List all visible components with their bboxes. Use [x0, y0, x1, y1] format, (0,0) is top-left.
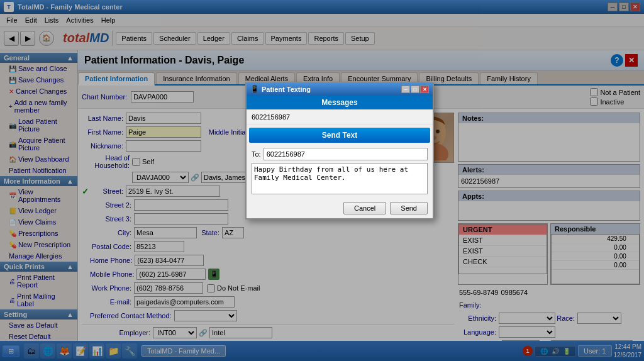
patient-texting-modal: 📱 Patient Texting ─ □ ✕ Messages 6022156…	[245, 82, 434, 219]
to-label: To:	[252, 150, 261, 158]
modal-controls: ─ □ ✕	[401, 86, 429, 93]
modal-overlay: 📱 Patient Texting ─ □ ✕ Messages 6022156…	[0, 0, 644, 347]
cancel-button[interactable]: Cancel	[343, 202, 386, 214]
modal-titlebar: 📱 Patient Texting ─ □ ✕	[247, 83, 433, 96]
modal-message-area: Happy Birthday from all of us here at Fa…	[252, 163, 428, 196]
messages-header: Messages	[247, 96, 433, 109]
modal-title: Patient Texting	[262, 86, 401, 93]
modal-icon: 📱	[250, 85, 259, 94]
to-input[interactable]	[264, 148, 428, 160]
modal-phone-number: 6022156987	[247, 109, 433, 125]
modal-close-btn[interactable]: ✕	[420, 86, 429, 93]
modal-to-row: To:	[247, 145, 433, 163]
send-button[interactable]: Send	[390, 202, 428, 214]
message-textarea[interactable]: Happy Birthday from all of us here at Fa…	[252, 163, 428, 194]
send-text-button[interactable]: Send Text	[249, 128, 430, 143]
modal-maximize-btn[interactable]: □	[411, 86, 419, 93]
modal-minimize-btn[interactable]: ─	[401, 86, 410, 93]
modal-footer: Cancel Send	[247, 198, 433, 218]
